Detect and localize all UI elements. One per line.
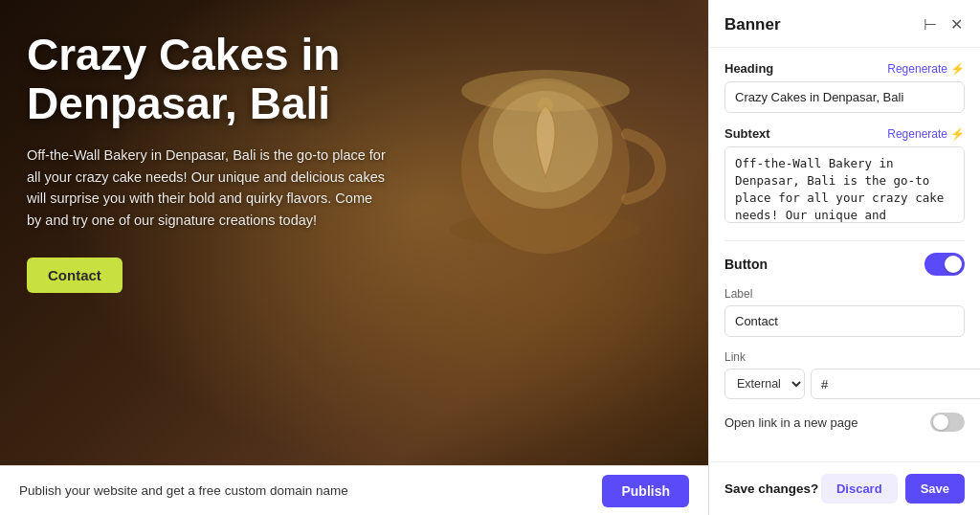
regenerate-heading-label: Regenerate: [887, 62, 947, 76]
link-row: External Internal: [724, 369, 965, 399]
panel-title: Banner: [724, 15, 781, 34]
button-toggle-row: Button: [724, 253, 965, 276]
new-page-toggle-knob: [933, 414, 948, 430]
button-section-label: Button: [724, 257, 768, 272]
close-icon: ✕: [950, 16, 963, 33]
button-label-input[interactable]: [724, 305, 965, 337]
lightning-icon-subtext: ⚡: [950, 127, 965, 141]
footer-buttons: Discard Save: [821, 474, 965, 504]
publish-bar-text: Publish your website and get a free cust…: [19, 483, 587, 498]
link-sublabel: Link: [724, 350, 965, 364]
panel-body: Heading Regenerate ⚡ Subtext Regenerate …: [709, 48, 980, 461]
new-page-row: Open link in a new page: [724, 413, 965, 432]
subtext-textarea[interactable]: Off-the-Wall Bakery in Denpasar, Bali is…: [724, 146, 965, 223]
close-panel-button[interactable]: ✕: [948, 13, 965, 35]
publish-button[interactable]: Publish: [602, 475, 689, 507]
link-type-select[interactable]: External Internal: [724, 369, 805, 399]
save-changes-label: Save changes?: [724, 481, 818, 496]
heading-field-group: Heading Regenerate ⚡: [724, 61, 965, 113]
regenerate-heading-button[interactable]: Regenerate ⚡: [887, 62, 965, 76]
heading-field-label: Heading: [724, 61, 773, 76]
preview-content: Crazy Cakes in Denpasar, Bali Off-the-Wa…: [0, 0, 708, 515]
toggle-knob: [945, 256, 962, 273]
subtext-field-label: Subtext: [724, 126, 770, 141]
new-page-label: Open link in a new page: [724, 415, 858, 430]
subtext-field-group: Subtext Regenerate ⚡ Off-the-Wall Bakery…: [724, 126, 965, 227]
button-label-field-group: Label: [724, 287, 965, 337]
preview-contact-button[interactable]: Contact: [27, 258, 122, 293]
panel-header-icons: ⊢ ✕: [922, 13, 965, 35]
heading-label-row: Heading Regenerate ⚡: [724, 61, 965, 76]
button-label-sublabel: Label: [724, 287, 965, 301]
settings-panel: Banner ⊢ ✕ Heading Regenerate ⚡: [708, 0, 980, 515]
button-toggle[interactable]: [924, 253, 965, 276]
link-href-input[interactable]: [811, 369, 980, 399]
save-button[interactable]: Save: [905, 474, 965, 504]
panel-footer: Save changes? Discard Save: [709, 461, 980, 515]
lightning-icon: ⚡: [950, 62, 965, 76]
regenerate-subtext-label: Regenerate: [887, 127, 947, 141]
align-icon-button[interactable]: ⊢: [922, 13, 939, 35]
preview-subtext: Off-the-Wall Bakery in Denpasar, Bali is…: [27, 145, 390, 231]
preview-area: Crazy Cakes in Denpasar, Bali Off-the-Wa…: [0, 0, 708, 515]
divider-1: [724, 240, 965, 241]
preview-heading: Crazy Cakes in Denpasar, Bali: [27, 31, 371, 127]
link-field-group: Link External Internal: [724, 350, 965, 399]
align-icon: ⊢: [924, 16, 937, 33]
discard-button[interactable]: Discard: [821, 474, 898, 504]
subtext-label-row: Subtext Regenerate ⚡: [724, 126, 965, 141]
publish-bar: Publish your website and get a free cust…: [0, 465, 708, 515]
panel-header: Banner ⊢ ✕: [709, 0, 980, 48]
new-page-toggle[interactable]: [930, 413, 965, 432]
regenerate-subtext-button[interactable]: Regenerate ⚡: [887, 127, 965, 141]
heading-input[interactable]: [724, 81, 965, 113]
